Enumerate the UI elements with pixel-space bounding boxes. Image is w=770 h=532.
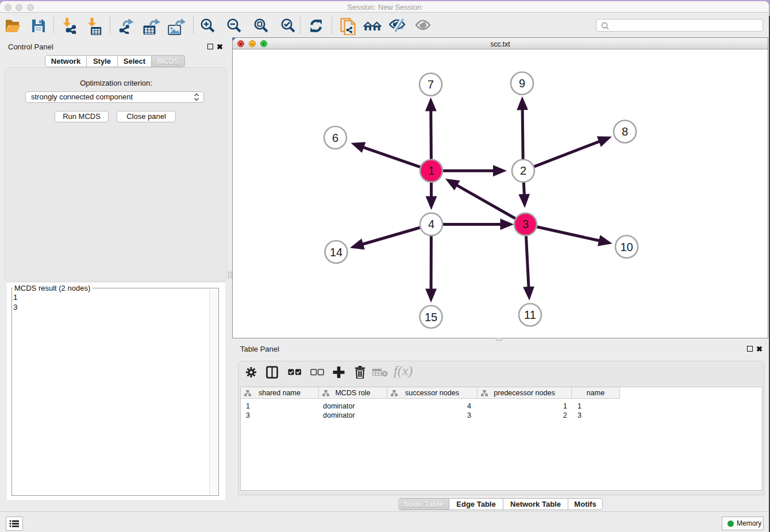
svg-text:9: 9: [519, 77, 525, 90]
svg-text:3: 3: [522, 218, 529, 230]
svg-text:1: 1: [428, 164, 434, 177]
svg-text:11: 11: [524, 309, 536, 321]
svg-text:7: 7: [428, 78, 434, 91]
svg-text:6: 6: [332, 132, 338, 144]
svg-text:10: 10: [620, 241, 633, 253]
svg-text:15: 15: [425, 311, 437, 323]
svg-text:4: 4: [428, 218, 434, 230]
svg-text:2: 2: [520, 164, 526, 177]
svg-text:8: 8: [622, 125, 628, 138]
svg-text:14: 14: [330, 246, 342, 259]
